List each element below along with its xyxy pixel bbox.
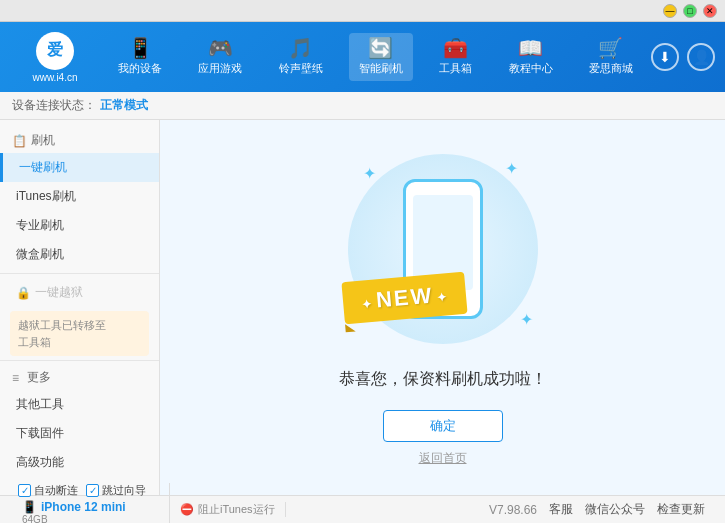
back-home-link[interactable]: 返回首页 — [419, 450, 467, 467]
sidebar-item-jailbreak: 🔒 一键越狱 — [0, 278, 159, 307]
nav-smartflash[interactable]: 🔄 智能刷机 — [349, 33, 413, 81]
nav-apps[interactable]: 🎮 应用游戏 — [188, 33, 252, 81]
checkbox-skipwizard-label: 跳过向导 — [102, 483, 146, 498]
stop-itunes-area: ⛔ 阻止iTunes运行 — [170, 502, 286, 517]
sidebar-item-itunes[interactable]: iTunes刷机 — [0, 182, 159, 211]
checkbox-skipwizard-box[interactable]: ✓ — [86, 484, 99, 497]
maximize-button[interactable]: □ — [683, 4, 697, 18]
sidebar: 📋 刷机 一键刷机 iTunes刷机 专业刷机 微盒刷机 🔒 一键越狱 越狱工具… — [0, 120, 160, 495]
nav-toolbox-label: 工具箱 — [439, 61, 472, 76]
mydevice-icon: 📱 — [128, 38, 153, 58]
title-bar: — □ ✕ — [0, 0, 725, 22]
bottom-left-area: ✓ 自动断连 ✓ 跳过向导 📱 iPhone 12 mini 64GB Down… — [10, 483, 170, 523]
nav-store[interactable]: 🛒 爱思商城 — [579, 33, 643, 81]
checkbox-autodisconnect[interactable]: ✓ 自动断连 — [18, 483, 78, 498]
sidebar-item-advanced[interactable]: 高级功能 — [0, 448, 159, 477]
sidebar-item-onekey[interactable]: 一键刷机 — [0, 153, 159, 182]
nav-tutorial[interactable]: 📖 教程中心 — [499, 33, 563, 81]
device-details: 64GB — [22, 514, 161, 523]
nav-wallpaper-label: 铃声壁纸 — [279, 61, 323, 76]
close-button[interactable]: ✕ — [703, 4, 717, 18]
stop-itunes-button[interactable]: ⛔ 阻止iTunes运行 — [180, 502, 275, 517]
store-icon: 🛒 — [598, 38, 623, 58]
minimize-button[interactable]: — — [663, 4, 677, 18]
nav-wallpaper[interactable]: 🎵 铃声壁纸 — [269, 33, 333, 81]
status-value: 正常模式 — [100, 97, 148, 114]
status-label: 设备连接状态： — [12, 97, 96, 114]
device-icon: 📱 — [22, 500, 37, 514]
sparkle-topleft: ✦ — [363, 164, 376, 183]
sparkle-topright: ✦ — [505, 159, 518, 178]
stop-icon: ⛔ — [180, 503, 194, 516]
checkbox-autodisconnect-box[interactable]: ✓ — [18, 484, 31, 497]
logo-area: 爱 www.i4.cn — [10, 32, 100, 83]
logo-icon: 爱 — [36, 32, 74, 70]
nav-items: 📱 我的设备 🎮 应用游戏 🎵 铃声壁纸 🔄 智能刷机 🧰 工具箱 📖 教程中心… — [100, 33, 651, 81]
new-text: ✦NEW✦ — [360, 281, 449, 314]
sidebar-section-flash: 📋 刷机 — [0, 128, 159, 153]
nav-mydevice-label: 我的设备 — [118, 61, 162, 76]
bottom-full: ✓ 自动断连 ✓ 跳过向导 📱 iPhone 12 mini 64GB Down… — [10, 483, 715, 523]
sidebar-section-more: ≡ 更多 — [0, 365, 159, 390]
bottom-bar: ✓ 自动断连 ✓ 跳过向导 📱 iPhone 12 mini 64GB Down… — [0, 495, 725, 523]
status-bar: 设备连接状态： 正常模式 — [0, 92, 725, 120]
service-link[interactable]: 客服 — [549, 501, 573, 518]
bottom-status-area: V7.98.66 客服 微信公众号 检查更新 — [479, 501, 715, 518]
more-section-icon: ≡ — [12, 371, 19, 385]
logo-text: www.i4.cn — [32, 72, 77, 83]
version-label: V7.98.66 — [489, 503, 537, 517]
main-layout: 📋 刷机 一键刷机 iTunes刷机 专业刷机 微盒刷机 🔒 一键越狱 越狱工具… — [0, 120, 725, 495]
header: 爱 www.i4.cn 📱 我的设备 🎮 应用游戏 🎵 铃声壁纸 🔄 智能刷机 … — [0, 22, 725, 92]
nav-right: ⬇ 👤 — [651, 43, 715, 71]
divider-1 — [0, 273, 159, 274]
nav-mydevice[interactable]: 📱 我的设备 — [108, 33, 172, 81]
sidebar-note-jailbreak: 越狱工具已转移至工具箱 — [10, 311, 149, 356]
success-message: 恭喜您，保资料刷机成功啦！ — [339, 369, 547, 390]
tutorial-icon: 📖 — [518, 38, 543, 58]
device-name: 📱 iPhone 12 mini — [22, 500, 161, 514]
checkbox-autodisconnect-label: 自动断连 — [34, 483, 78, 498]
confirm-button[interactable]: 确定 — [383, 410, 503, 442]
nav-smartflash-label: 智能刷机 — [359, 61, 403, 76]
phone-illustration: ✦ ✦ ✦ ✦NEW✦ — [333, 149, 553, 349]
nav-toolbox[interactable]: 🧰 工具箱 — [429, 33, 482, 81]
checkbox-skipwizard[interactable]: ✓ 跳过向导 — [86, 483, 146, 498]
nav-apps-label: 应用游戏 — [198, 61, 242, 76]
wechat-link[interactable]: 微信公众号 — [585, 501, 645, 518]
flash-section-icon: 📋 — [12, 134, 27, 148]
divider-2 — [0, 360, 159, 361]
content-area: ✦ ✦ ✦ ✦NEW✦ 恭喜您，保资料刷机成功啦！ 确定 返回首页 — [160, 120, 725, 495]
user-button[interactable]: 👤 — [687, 43, 715, 71]
apps-icon: 🎮 — [208, 38, 233, 58]
toolbox-icon: 🧰 — [443, 38, 468, 58]
download-button[interactable]: ⬇ — [651, 43, 679, 71]
sidebar-item-tools[interactable]: 其他工具 — [0, 390, 159, 419]
device-info: 📱 iPhone 12 mini 64GB Down-12mini-13,1 — [18, 500, 161, 523]
lock-icon: 🔒 — [16, 286, 31, 300]
update-link[interactable]: 检查更新 — [657, 501, 705, 518]
checkboxes: ✓ 自动断连 ✓ 跳过向导 — [18, 483, 161, 498]
nav-tutorial-label: 教程中心 — [509, 61, 553, 76]
nav-store-label: 爱思商城 — [589, 61, 633, 76]
sparkle-bottomright: ✦ — [520, 310, 533, 329]
smartflash-icon: 🔄 — [368, 38, 393, 58]
sidebar-item-micro[interactable]: 微盒刷机 — [0, 240, 159, 269]
sidebar-item-firmware[interactable]: 下载固件 — [0, 419, 159, 448]
wallpaper-icon: 🎵 — [288, 38, 313, 58]
sidebar-item-pro[interactable]: 专业刷机 — [0, 211, 159, 240]
